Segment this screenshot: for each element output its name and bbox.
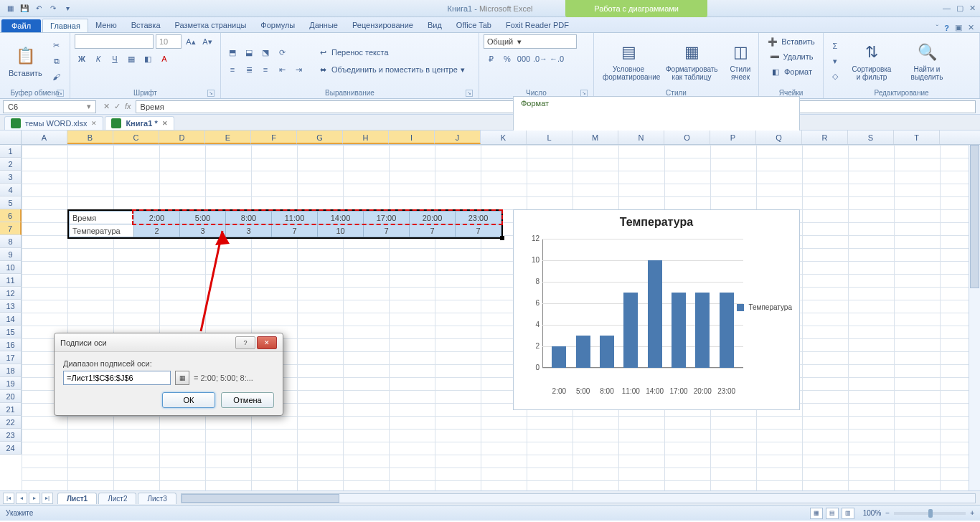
zoom-level[interactable]: 100%: [863, 509, 882, 517]
row-header[interactable]: 15: [0, 326, 22, 338]
vertical-scrollbar[interactable]: [969, 145, 980, 490]
col-header[interactable]: A: [22, 130, 67, 144]
row-header[interactable]: 22: [0, 416, 22, 429]
underline-button[interactable]: Ч: [108, 52, 122, 66]
qat-more-icon[interactable]: ▾: [62, 3, 73, 14]
fill-icon[interactable]: ▾: [828, 54, 842, 68]
align-right-icon[interactable]: ≡: [258, 62, 273, 77]
cell[interactable]: 11:00: [272, 212, 318, 224]
col-header[interactable]: T: [894, 130, 940, 144]
dialog-titlebar[interactable]: Подписи оси ? ✕: [55, 333, 283, 352]
chart-bar[interactable]: [720, 293, 734, 368]
delete-cells-button[interactable]: ➖Удалить: [766, 49, 816, 64]
cell[interactable]: 2: [134, 224, 180, 237]
tab-меню[interactable]: Меню: [88, 19, 124, 32]
col-header[interactable]: G: [297, 130, 343, 144]
tab-разметка страницы[interactable]: Разметка страницы: [168, 19, 254, 32]
row-header[interactable]: 9: [0, 248, 22, 261]
file-tab[interactable]: Файл: [1, 19, 41, 32]
row-header[interactable]: 3: [0, 171, 22, 184]
row-header[interactable]: 14: [0, 313, 22, 326]
cell-styles-button[interactable]: ◫Стили ячеек: [725, 39, 756, 82]
chart-bar[interactable]: [552, 346, 566, 368]
undo-icon[interactable]: ↶: [33, 3, 44, 14]
copy-icon[interactable]: ⧉: [50, 54, 64, 68]
font-color-icon[interactable]: A: [157, 52, 171, 66]
clear-icon[interactable]: ◇: [828, 69, 842, 83]
row-header[interactable]: 13: [0, 300, 22, 313]
row-header[interactable]: 17: [0, 351, 22, 364]
first-sheet-button[interactable]: |◂: [3, 493, 14, 504]
indent-dec-icon[interactable]: ⇤: [275, 62, 289, 77]
row-header[interactable]: 7: [0, 222, 22, 235]
row-header[interactable]: 24: [0, 442, 22, 455]
col-header[interactable]: L: [527, 130, 573, 144]
fill-color-icon[interactable]: ◧: [141, 52, 155, 66]
font-size-combo[interactable]: 10: [156, 34, 182, 49]
chart-legend[interactable]: Температура: [737, 303, 792, 311]
tab-данные[interactable]: Данные: [302, 19, 345, 32]
row-header[interactable]: 10: [0, 261, 22, 274]
col-header[interactable]: P: [710, 130, 756, 144]
dialog-launcher-icon[interactable]: ↘: [580, 90, 588, 97]
select-all-corner[interactable]: [0, 130, 22, 144]
cell[interactable]: 23:00: [456, 212, 501, 224]
tab-foxit reader pdf[interactable]: Foxit Reader PDF: [499, 19, 576, 32]
chart-bar[interactable]: [576, 336, 590, 368]
tab-главная[interactable]: Главная: [42, 19, 88, 32]
chart-plot-area[interactable]: 0246810122:005:008:0011:0014:0017:0020:0…: [542, 239, 743, 382]
col-header[interactable]: K: [481, 130, 527, 144]
cell[interactable]: 10: [318, 224, 364, 237]
redo-icon[interactable]: ↷: [47, 3, 59, 14]
conditional-format-button[interactable]: ▤Условное форматирование: [598, 39, 659, 82]
grow-font-icon[interactable]: A▴: [184, 34, 198, 49]
col-header[interactable]: Q: [756, 130, 802, 144]
normal-view-button[interactable]: ▦: [810, 508, 823, 519]
doc-tab[interactable]: темы WORD.xlsx✕: [4, 116, 103, 130]
zoom-out-button[interactable]: −: [885, 509, 890, 517]
cell[interactable]: 8:00: [226, 212, 272, 224]
cell[interactable]: 5:00: [180, 212, 226, 224]
minimize-ribbon-icon[interactable]: ˇ: [936, 24, 939, 32]
cell[interactable]: 20:00: [410, 212, 456, 224]
tab-формулы[interactable]: Формулы: [253, 19, 302, 32]
last-sheet-button[interactable]: ▸|: [42, 493, 53, 504]
col-header[interactable]: E: [205, 130, 251, 144]
fill-handle[interactable]: [500, 236, 504, 240]
col-header[interactable]: B: [67, 130, 113, 144]
format-as-table-button[interactable]: ▦Форматировать как таблицу: [661, 39, 722, 82]
currency-icon[interactable]: ₽: [484, 52, 498, 66]
sort-filter-button[interactable]: ⇅Сортировка и фильтр: [845, 39, 898, 82]
cell[interactable]: 2:00: [134, 212, 180, 224]
dec-decimal-icon[interactable]: ←.0: [550, 52, 564, 66]
col-header[interactable]: R: [802, 130, 848, 144]
align-left-icon[interactable]: ≡: [225, 62, 240, 77]
inc-decimal-icon[interactable]: .0→: [533, 52, 547, 66]
row-header[interactable]: 23: [0, 429, 22, 442]
cell[interactable]: 3: [226, 224, 272, 237]
sheet-tab[interactable]: Лист2: [98, 493, 136, 504]
window-close2-icon[interactable]: ✕: [968, 23, 974, 32]
align-center-icon[interactable]: ≣: [242, 62, 256, 77]
format-painter-icon[interactable]: 🖌: [50, 70, 64, 84]
cell[interactable]: 7: [272, 224, 318, 237]
data-table[interactable]: Время2:005:008:0011:0014:0017:0020:0023:…: [67, 209, 503, 239]
number-format-combo[interactable]: Общий▾: [484, 34, 577, 49]
help-icon[interactable]: ?: [944, 24, 949, 32]
row-header[interactable]: 12: [0, 287, 22, 300]
close-doc-icon[interactable]: ✕: [162, 120, 168, 127]
chart-bar[interactable]: [600, 336, 614, 368]
border-icon[interactable]: ▦: [124, 52, 138, 66]
dialog-launcher-icon[interactable]: ↘: [207, 90, 215, 97]
scrollbar-thumb[interactable]: [182, 494, 339, 503]
dialog-launcher-icon[interactable]: ↘: [57, 90, 64, 97]
merge-center-button[interactable]: ⬌Объединить и поместить в центре ▾: [314, 62, 468, 77]
save-icon[interactable]: 💾: [19, 3, 30, 14]
zoom-in-button[interactable]: +: [970, 509, 974, 517]
chart-bar[interactable]: [648, 260, 662, 368]
cut-icon[interactable]: ✂: [50, 38, 64, 52]
enter-formula-icon[interactable]: ✓: [114, 102, 121, 111]
autosum-icon[interactable]: Σ: [828, 39, 842, 53]
zoom-slider[interactable]: [894, 512, 966, 515]
tab-вставка[interactable]: Вставка: [124, 19, 168, 32]
